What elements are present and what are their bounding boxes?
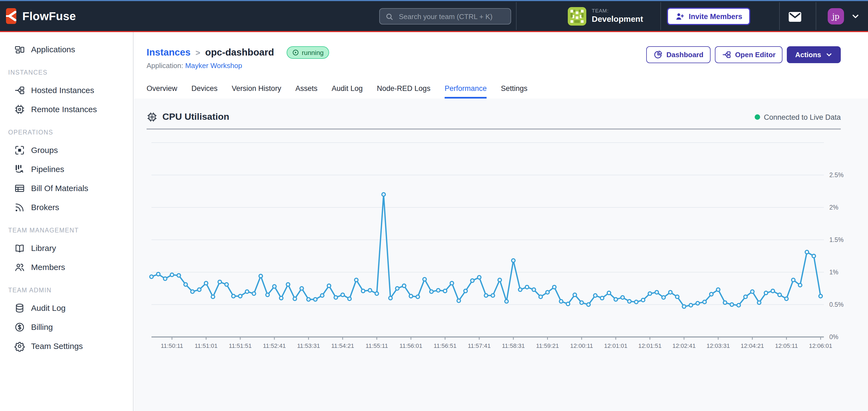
data-point-marker [150,275,153,278]
data-point-marker [436,288,440,292]
library-icon [14,242,25,253]
play-circle-icon [292,49,299,56]
data-point-marker [225,283,228,286]
tab-performance[interactable]: Performance [445,79,487,99]
data-point-marker [519,288,522,292]
data-point-marker [320,294,324,297]
data-point-marker [191,290,194,294]
x-axis-tick-label: 12:01:01 [604,342,627,349]
x-axis-tick-label: 12:06:01 [809,342,832,349]
flowfuse-logo[interactable]: FlowFuse [0,8,76,24]
y-axis-tick-label: 1.5% [829,236,843,243]
data-point-marker [361,289,365,293]
data-point-marker [245,290,249,294]
team-name: Development [592,14,643,24]
cpu-utilisation-chart: 0%0.5%1%1.5%2%2.5%11:50:1111:51:0111:51:… [134,141,868,359]
data-point-marker [197,288,201,292]
data-point-marker [771,289,775,293]
chart-header-rule [147,129,841,129]
sidebar-item-hosted-instances[interactable]: Hosted Instances [0,80,133,100]
data-point-marker [430,290,433,294]
sidebar-item-billing[interactable]: Billing [0,317,133,336]
tab-audit-log[interactable]: Audit Log [332,79,363,99]
sidebar-item-groups[interactable]: Groups [0,140,133,160]
data-point-marker [382,193,385,196]
audit-log-icon [14,302,25,313]
sidebar-item-applications[interactable]: Applications [0,40,133,59]
data-point-marker [662,296,665,299]
data-point-marker [764,291,768,295]
navbar-divider [816,2,816,30]
main-content: Instances > opc-dashboard running Applic… [134,32,868,411]
data-point-marker [485,294,488,297]
live-status-label: Connected to Live Data [764,113,841,121]
sidebar-item-bill-of-materials[interactable]: Bill Of Materials [0,178,133,198]
tab-settings[interactable]: Settings [501,79,527,99]
tab-devices[interactable]: Devices [191,79,218,99]
mail-icon[interactable] [788,10,802,24]
data-point-marker [409,295,413,298]
application-row: Application: Mayker Workshop [147,62,242,70]
data-point-marker [204,281,208,285]
data-point-marker [389,297,392,300]
sidebar-item-label: Brokers [31,203,59,212]
data-point-marker [648,292,652,295]
tab-overview[interactable]: Overview [147,79,177,99]
live-status: Connected to Live Data [755,113,841,121]
invite-members-button[interactable]: Invite Members [667,8,751,25]
data-point-marker [737,304,741,307]
sidebar-item-library[interactable]: Library [0,238,133,258]
breadcrumb-instances-link[interactable]: Instances [147,47,190,58]
open-editor-button[interactable]: Open Editor [715,46,783,63]
app-viewport: FlowFuse TEAM: Development [0,0,868,411]
data-point-marker [587,303,590,306]
x-axis-tick-label: 11:51:01 [194,342,217,349]
data-point-marker [157,272,160,276]
sidebar-item-remote-instances[interactable]: Remote Instances [0,100,133,119]
data-point-marker [744,295,747,299]
user-menu[interactable]: jp [828,8,860,25]
team-search[interactable] [379,8,511,25]
x-axis-tick-label: 11:58:31 [502,342,525,349]
data-point-marker [286,283,290,286]
data-point-marker [327,284,331,288]
tab-version-history[interactable]: Version History [232,79,281,99]
node-red-flow-icon [722,50,731,59]
sidebar-item-pipelines[interactable]: Pipelines [0,160,133,178]
tab-node-red-logs[interactable]: Node-RED Logs [377,79,430,99]
application-link[interactable]: Mayker Workshop [185,62,242,70]
data-point-marker [238,295,242,298]
sidebar-item-brokers[interactable]: Brokers [0,198,133,217]
x-axis-tick-label: 12:01:51 [638,342,662,349]
billing-icon [14,321,25,332]
invite-members-label: Invite Members [689,12,742,21]
sidebar-section-team-admin: TEAM ADMIN [0,277,133,298]
data-point-marker [354,278,358,282]
status-badge-label: running [302,49,324,56]
sidebar-item-members[interactable]: Members [0,258,133,277]
data-point-marker [805,250,809,254]
team-label: TEAM: [592,8,643,14]
breadcrumb: Instances > opc-dashboard running [147,46,329,59]
dashboard-button[interactable]: Dashboard [646,46,711,63]
live-status-dot [755,114,760,120]
data-point-marker [402,284,406,288]
data-point-marker [716,288,720,292]
y-axis-tick-label: 2.5% [829,171,843,178]
navbar-divider [779,2,780,30]
tab-assets[interactable]: Assets [295,79,317,99]
data-point-marker [334,296,338,299]
pie-chart-icon [653,50,662,59]
data-point-marker [252,292,256,295]
data-point-marker [396,286,399,290]
data-point-marker [259,274,262,278]
chart-title: CPU Utilisation [162,112,229,123]
user-avatar: jp [828,8,844,25]
actions-button[interactable]: Actions [787,46,841,63]
sidebar-item-audit-log[interactable]: Audit Log [0,298,133,317]
sidebar-item-team-settings[interactable]: Team Settings [0,336,133,355]
search-input[interactable] [398,12,505,21]
data-point-marker [273,285,276,288]
data-point-marker [723,301,727,304]
data-point-marker [300,286,304,290]
